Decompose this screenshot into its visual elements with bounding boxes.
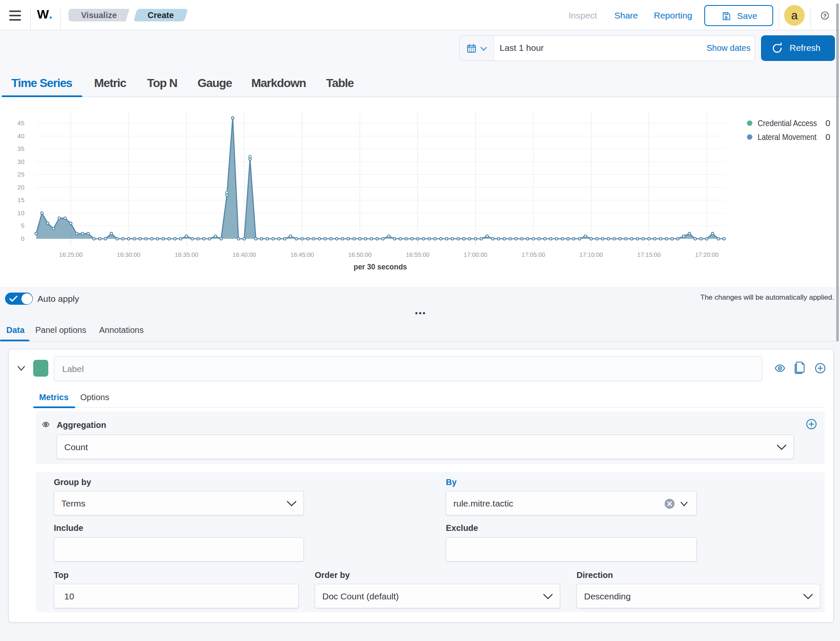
svg-text:16:25:00: 16:25:00 bbox=[59, 251, 83, 258]
svg-text:16:40:00: 16:40:00 bbox=[232, 251, 256, 258]
svg-text:16:30:00: 16:30:00 bbox=[117, 251, 140, 258]
svg-text:17:20:00: 17:20:00 bbox=[695, 251, 719, 258]
svg-text:30: 30 bbox=[17, 158, 24, 165]
svg-text:16:35:00: 16:35:00 bbox=[175, 251, 198, 258]
svg-text:5: 5 bbox=[21, 222, 24, 229]
svg-text:17:15:00: 17:15:00 bbox=[637, 251, 661, 258]
svg-text:0: 0 bbox=[825, 118, 830, 128]
svg-text:0: 0 bbox=[21, 235, 24, 242]
svg-text:Lateral Movement: Lateral Movement bbox=[758, 132, 816, 142]
svg-text:15: 15 bbox=[17, 196, 24, 203]
svg-text:per 30 seconds: per 30 seconds bbox=[354, 262, 407, 271]
svg-text:16:50:00: 16:50:00 bbox=[348, 251, 371, 258]
svg-text:?: ? bbox=[823, 13, 827, 19]
svg-text:16:45:00: 16:45:00 bbox=[290, 251, 314, 258]
svg-text:40: 40 bbox=[17, 132, 24, 140]
svg-text:17:05:00: 17:05:00 bbox=[521, 251, 545, 258]
svg-text:Credential Access: Credential Access bbox=[758, 118, 817, 128]
svg-text:16:55:00: 16:55:00 bbox=[406, 251, 429, 258]
svg-text:25: 25 bbox=[17, 171, 24, 178]
svg-text:0: 0 bbox=[825, 132, 830, 142]
svg-text:17:10:00: 17:10:00 bbox=[579, 251, 603, 258]
svg-text:20: 20 bbox=[17, 184, 24, 191]
svg-text:10: 10 bbox=[17, 209, 24, 216]
svg-text:17:00:00: 17:00:00 bbox=[464, 251, 487, 258]
svg-text:45: 45 bbox=[17, 119, 24, 127]
svg-text:35: 35 bbox=[17, 145, 24, 152]
